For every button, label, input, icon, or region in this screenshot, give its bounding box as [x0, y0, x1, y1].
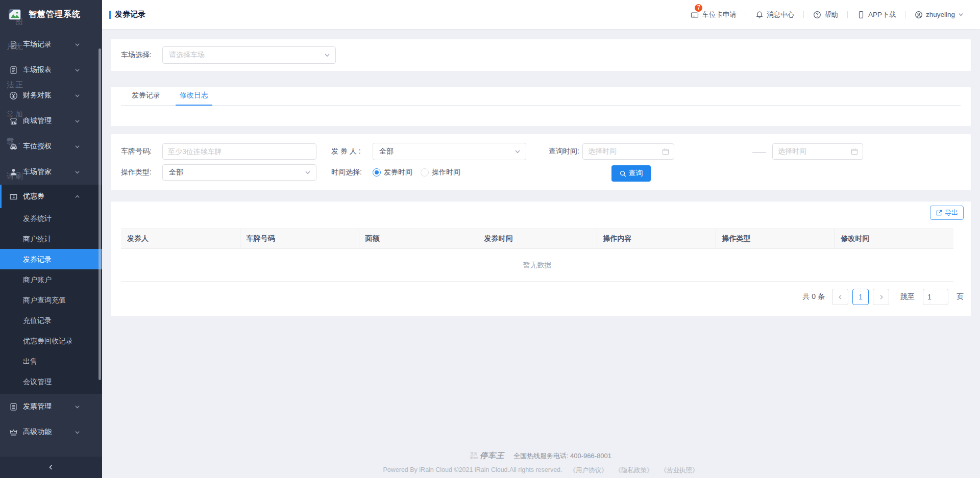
breadcrumb: 发券记录 — [109, 10, 145, 19]
issuer-select[interactable]: 全部 — [373, 143, 526, 160]
sidebar-subitem-recharge-records[interactable]: 充值记录 — [0, 310, 102, 331]
parking-card-apply-link[interactable]: 7 车位卡申请 — [690, 10, 738, 19]
sidebar-group-coupon: 优惠券 发券统计 商户统计 发券记录 商户账户 商户查询充值 充值记录 优惠券回… — [0, 185, 102, 394]
issuer-label: 发 券 人 : — [331, 147, 366, 156]
sidebar-item-label: 优惠券 — [23, 192, 44, 201]
parking-select-card: 车场选择: 请选择车场 — [111, 39, 971, 71]
sidebar-item-space-authorization[interactable]: 车位授权 — [0, 134, 102, 159]
help-link[interactable]: 帮助 — [812, 10, 839, 19]
phone-icon — [857, 11, 865, 19]
empty-placeholder: 暂无数据 — [121, 249, 953, 282]
message-center-link[interactable]: 消息中心 — [754, 10, 795, 19]
col-issuer: 发券人 — [121, 229, 240, 249]
divider — [905, 11, 905, 18]
sidebar-subitem-merchant-account[interactable]: 商户账户 — [0, 269, 102, 290]
brand-name: 停车王 — [480, 451, 504, 461]
chevron-down-icon — [324, 52, 330, 58]
chevron-down-icon — [514, 148, 521, 155]
op-type-label: 操作类型: — [121, 168, 158, 177]
user-agreement-link[interactable]: 《用户协议》 — [570, 466, 608, 475]
chevron-down-icon — [75, 118, 80, 124]
export-button-label: 导出 — [945, 208, 958, 217]
footer-line-1: 艾润iRain 停车王 全国热线服务电话: 400-966-8001 — [111, 451, 971, 461]
sidebar-item-finance-reconcile[interactable]: 财务对账 — [0, 83, 102, 108]
select-value: 全部 — [379, 147, 394, 156]
table-toolbar: 导出 — [121, 206, 964, 220]
sidebar-item-mall-management[interactable]: 商城管理 — [0, 108, 102, 134]
steward-icon — [9, 168, 18, 177]
start-time-picker[interactable]: 选择时间 — [582, 143, 674, 160]
filter-card: 车牌号码: 发 券 人 : 全部 查询时间: 选择时间 —— 选择时间 — [111, 134, 971, 190]
tab-modify-log[interactable]: 修改日志 — [176, 87, 212, 106]
prev-page-button[interactable] — [832, 289, 848, 305]
sidebar-item-advanced-features[interactable]: 高级功能 — [0, 419, 102, 445]
chevron-down-icon — [305, 169, 311, 175]
yen-circle-icon — [9, 91, 18, 100]
sidebar-subitem-meeting-management[interactable]: 会议管理 — [0, 371, 102, 392]
radio-operate-time[interactable]: 操作时间 — [421, 168, 460, 177]
plate-input[interactable] — [162, 143, 316, 160]
page-1-button[interactable]: 1 — [852, 289, 869, 305]
active-indicator-bar — [0, 185, 2, 208]
sidebar-item-coupon[interactable]: 优惠券 — [0, 185, 102, 208]
radio-unselected-icon — [421, 168, 429, 177]
sidebar-item-parking-steward[interactable]: 车场管家 — [0, 159, 102, 185]
jump-page-input[interactable] — [923, 289, 948, 305]
sidebar-item-parking-reports[interactable]: 车场报表 — [0, 57, 102, 83]
business-license-link[interactable]: 《营业执照》 — [660, 466, 699, 475]
arrow-right-icon — [878, 294, 884, 300]
radio-issue-time[interactable]: 发券时间 — [373, 168, 412, 177]
total-count: 共 0 条 — [802, 292, 825, 301]
car-icon — [9, 142, 18, 151]
op-type-select[interactable]: 全部 — [162, 164, 316, 181]
divider — [847, 11, 848, 18]
calendar-icon — [851, 148, 858, 155]
date-placeholder: 选择时间 — [778, 147, 806, 156]
search-button[interactable]: 查询 — [611, 165, 651, 182]
export-icon — [936, 210, 942, 216]
sidebar-item-label: 车位授权 — [23, 142, 52, 151]
end-time-picker[interactable]: 选择时间 — [772, 143, 863, 160]
next-page-button[interactable] — [873, 289, 889, 305]
footer-line-2: Powered By iRain Cloud ©2021 iRain Cloud… — [111, 466, 971, 475]
sidebar-item-invoice-management[interactable]: 发票管理 — [0, 394, 102, 419]
logo-row: 智慧管理系统 — [0, 0, 102, 29]
chevron-down-icon — [75, 430, 80, 435]
arrow-left-icon — [838, 294, 843, 300]
chevron-down-icon — [75, 42, 80, 47]
shop-icon — [9, 117, 18, 125]
sidebar-subitem-issue-records[interactable]: 发券记录 — [0, 249, 102, 269]
page-title: 发券记录 — [115, 10, 145, 19]
sidebar-scrollbar[interactable] — [99, 48, 101, 380]
footer: 艾润iRain 停车王 全国热线服务电话: 400-966-8001 Power… — [111, 451, 971, 475]
sidebar-item-label: 商城管理 — [23, 116, 52, 125]
calendar-icon — [662, 148, 669, 155]
tab-issue-records[interactable]: 发券记录 — [128, 87, 164, 106]
document-icon — [9, 40, 18, 49]
user-icon — [915, 11, 923, 19]
chevron-down-icon — [75, 67, 80, 73]
crown-icon — [9, 428, 18, 437]
content-area: 车场选择: 请选择车场 发券记录 修改日志 车牌号码: 发 券 人 : 全部 — [102, 29, 980, 478]
sidebar-subitem-sale[interactable]: 出售 — [0, 351, 102, 371]
app-title: 智慧管理系统 — [29, 9, 81, 20]
sidebar-menu: 车场记录 车场报表 财务对账 商城管理 车位授权 车场管家 — [0, 32, 102, 445]
user-menu[interactable]: zhuyeling — [914, 11, 965, 19]
hotline-text: 全国热线服务电话: 400-966-8001 — [513, 451, 611, 461]
privacy-policy-link[interactable]: 《隐私政策》 — [615, 466, 653, 475]
sidebar-subitem-coupon-recycle-records[interactable]: 优惠券回收记录 — [0, 331, 102, 351]
sidebar-collapse-button[interactable] — [0, 457, 102, 478]
results-table: 发券人 车牌号码 面额 发券时间 操作内容 操作类型 修改时间 — [121, 229, 953, 249]
export-button[interactable]: 导出 — [930, 206, 964, 220]
parking-select-dropdown[interactable]: 请选择车场 — [162, 46, 336, 64]
sidebar-subitem-merchant-query-recharge[interactable]: 商户查询充值 — [0, 290, 102, 310]
app-download-link[interactable]: APP下载 — [856, 10, 897, 19]
radio-selected-icon — [373, 168, 381, 177]
sidebar-subitem-merchant-stats[interactable]: 商户统计 — [0, 229, 102, 249]
sidebar-subitem-issue-stats[interactable]: 发券统计 — [0, 208, 102, 229]
sidebar-item-parking-records[interactable]: 车场记录 — [0, 32, 102, 57]
chevron-down-icon — [75, 144, 80, 149]
parking-select-label: 车场选择: — [121, 51, 158, 60]
plate-label: 车牌号码: — [121, 147, 158, 156]
chevron-down-icon — [75, 404, 80, 410]
